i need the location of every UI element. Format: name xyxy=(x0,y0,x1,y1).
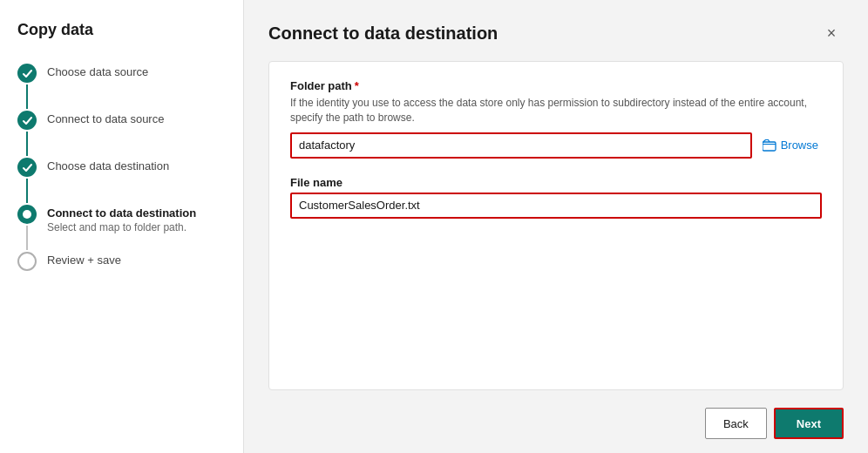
sidebar-title: Copy data xyxy=(17,21,226,39)
main-panel: Connect to data destination × Folder pat… xyxy=(244,0,868,453)
step3-label: Choose data destination xyxy=(47,159,169,172)
step4-sublabel: Select and map to folder path. xyxy=(47,221,196,233)
main-header: Connect to data destination × xyxy=(268,21,844,45)
close-button[interactable]: × xyxy=(819,21,844,45)
file-name-label: File name xyxy=(290,176,822,189)
step3-line xyxy=(26,179,28,203)
step2-line xyxy=(26,132,28,156)
step-choose-source: Choose data source xyxy=(17,64,226,111)
step4-content: Connect to data destination Select and m… xyxy=(47,205,196,251)
step1-content: Choose data source xyxy=(47,64,148,96)
step4-connector xyxy=(17,205,37,252)
form-card: Folder path * If the identity you use to… xyxy=(268,61,844,390)
step5-label: Review + save xyxy=(47,254,121,267)
browse-button[interactable]: Browse xyxy=(759,135,822,155)
step4-label: Connect to data destination xyxy=(47,206,196,220)
step-choose-destination: Choose data destination xyxy=(17,158,226,205)
folder-path-input-row: Browse xyxy=(290,132,822,159)
folder-icon xyxy=(763,139,776,152)
back-button[interactable]: Back xyxy=(705,408,767,439)
step2-label: Connect to data source xyxy=(47,112,164,125)
step2-content: Connect to data source xyxy=(47,111,164,143)
step-review-save: Review + save xyxy=(17,252,226,284)
step3-connector xyxy=(17,158,37,205)
folder-path-group: Folder path * If the identity you use to… xyxy=(290,79,822,159)
folder-path-input[interactable] xyxy=(290,132,752,159)
footer: Back Next xyxy=(268,404,844,439)
step1-connector xyxy=(17,64,37,111)
file-name-input-row xyxy=(290,193,822,219)
step1-label: Choose data source xyxy=(47,65,148,78)
file-name-group: File name xyxy=(290,176,822,219)
step5-connector xyxy=(17,252,37,271)
step4-line xyxy=(26,226,28,250)
required-star: * xyxy=(355,79,359,92)
step5-icon xyxy=(17,252,37,271)
sidebar: Copy data Choose data source xyxy=(0,0,244,453)
step2-connector xyxy=(17,111,37,158)
step3-content: Choose data destination xyxy=(47,158,169,190)
step3-icon xyxy=(17,158,37,177)
step2-icon xyxy=(17,111,37,130)
step4-icon xyxy=(17,205,37,224)
next-button[interactable]: Next xyxy=(774,408,844,439)
folder-path-hint: If the identity you use to access the da… xyxy=(290,96,822,125)
step1-icon xyxy=(17,64,37,83)
step1-line xyxy=(26,85,28,109)
steps-list: Choose data source Connect to data sourc… xyxy=(17,64,226,284)
step-connect-source: Connect to data source xyxy=(17,111,226,158)
step5-content: Review + save xyxy=(47,252,121,284)
browse-label: Browse xyxy=(781,139,818,152)
svg-rect-0 xyxy=(763,142,776,151)
main-title: Connect to data destination xyxy=(268,24,498,44)
file-name-input[interactable] xyxy=(290,193,822,219)
step-connect-destination: Connect to data destination Select and m… xyxy=(17,205,226,252)
folder-path-label: Folder path * xyxy=(290,79,822,92)
